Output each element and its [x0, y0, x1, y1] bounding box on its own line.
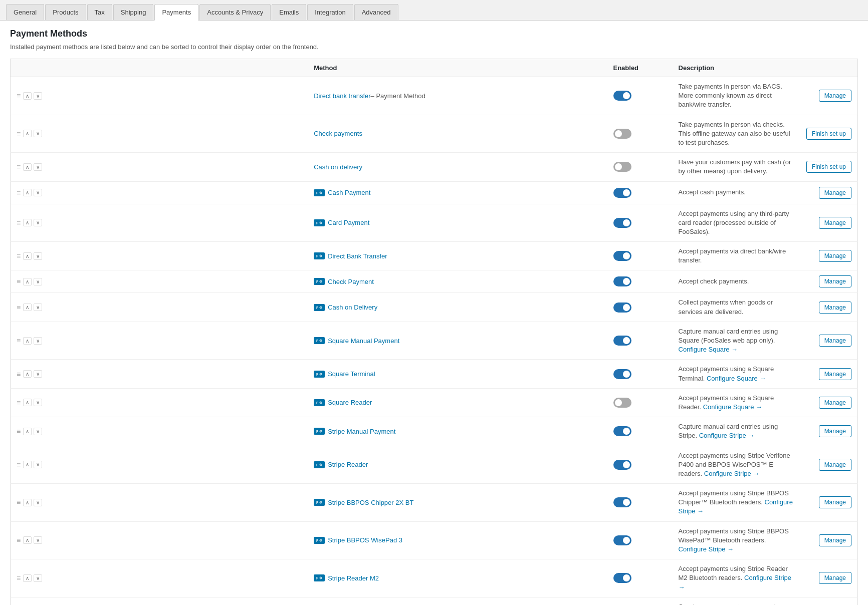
drag-handle-icon[interactable]: ≡ — [17, 399, 21, 407]
move-up-button[interactable]: ∧ — [23, 428, 32, 435]
manage-button[interactable]: Manage — [819, 425, 851, 437]
method-name-link[interactable]: Stripe Reader M2 — [328, 574, 379, 582]
method-name-link[interactable]: Direct bank transfer — [314, 92, 370, 100]
finish-setup-button[interactable]: Finish set up — [806, 161, 851, 173]
manage-button[interactable]: Manage — [819, 496, 851, 508]
drag-handle-icon[interactable]: ≡ — [17, 277, 21, 285]
move-down-button[interactable]: ∨ — [34, 189, 42, 196]
configure-link[interactable]: Configure Square → — [679, 346, 738, 353]
method-name-link[interactable]: Cash Payment — [328, 189, 370, 196]
move-down-button[interactable]: ∨ — [34, 278, 42, 285]
method-name-link[interactable]: Square Reader — [328, 399, 372, 406]
configure-link[interactable]: Configure Stripe → — [679, 498, 793, 515]
move-down-button[interactable]: ∨ — [34, 92, 42, 100]
method-name-link[interactable]: Direct Bank Transfer — [328, 252, 387, 260]
move-down-button[interactable]: ∨ — [34, 574, 42, 582]
move-up-button[interactable]: ∧ — [23, 574, 32, 582]
tab-tax[interactable]: Tax — [87, 4, 112, 20]
move-down-button[interactable]: ∨ — [34, 163, 42, 171]
move-down-button[interactable]: ∨ — [34, 219, 42, 226]
drag-handle-icon[interactable]: ≡ — [17, 304, 21, 312]
move-up-button[interactable]: ∧ — [23, 130, 32, 137]
finish-setup-button[interactable]: Finish set up — [806, 128, 851, 140]
move-up-button[interactable]: ∧ — [23, 304, 32, 311]
toggle-switch[interactable] — [613, 188, 631, 198]
move-down-button[interactable]: ∨ — [34, 252, 42, 260]
tab-accounts-privacy[interactable]: Accounts & Privacy — [199, 4, 271, 20]
toggle-switch[interactable] — [613, 426, 631, 436]
move-up-button[interactable]: ∧ — [23, 278, 32, 285]
toggle-switch[interactable] — [613, 535, 631, 545]
move-up-button[interactable]: ∧ — [23, 92, 32, 100]
configure-link[interactable]: Configure Stripe → — [679, 545, 734, 553]
move-up-button[interactable]: ∧ — [23, 536, 32, 544]
move-up-button[interactable]: ∧ — [23, 461, 32, 468]
tab-integration[interactable]: Integration — [307, 4, 353, 20]
toggle-switch[interactable] — [613, 129, 631, 139]
method-name-link[interactable]: Stripe Manual Payment — [328, 428, 395, 435]
move-up-button[interactable]: ∧ — [23, 219, 32, 226]
move-down-button[interactable]: ∨ — [34, 304, 42, 311]
toggle-switch[interactable] — [613, 398, 631, 408]
drag-handle-icon[interactable]: ≡ — [17, 130, 21, 138]
move-down-button[interactable]: ∨ — [34, 370, 42, 378]
manage-button[interactable]: Manage — [819, 217, 851, 229]
toggle-switch[interactable] — [613, 369, 631, 379]
toggle-switch[interactable] — [613, 573, 631, 583]
move-down-button[interactable]: ∨ — [34, 130, 42, 137]
toggle-switch[interactable] — [613, 91, 631, 101]
drag-handle-icon[interactable]: ≡ — [17, 461, 21, 469]
tab-emails[interactable]: Emails — [272, 4, 306, 20]
method-name-link[interactable]: Cash on Delivery — [328, 304, 377, 311]
manage-button[interactable]: Manage — [819, 368, 851, 380]
drag-handle-icon[interactable]: ≡ — [17, 370, 21, 378]
manage-button[interactable]: Manage — [819, 534, 851, 546]
manage-button[interactable]: Manage — [819, 187, 851, 199]
toggle-switch[interactable] — [613, 162, 631, 172]
move-up-button[interactable]: ∧ — [23, 499, 32, 506]
manage-button[interactable]: Manage — [819, 572, 851, 584]
configure-link[interactable]: Configure Stripe → — [699, 432, 755, 439]
method-name-link[interactable]: Square Manual Payment — [328, 337, 399, 345]
move-down-button[interactable]: ∨ — [34, 536, 42, 544]
move-up-button[interactable]: ∧ — [23, 370, 32, 378]
manage-button[interactable]: Manage — [819, 275, 851, 287]
tab-payments[interactable]: Payments — [154, 4, 198, 21]
drag-handle-icon[interactable]: ≡ — [17, 189, 21, 197]
drag-handle-icon[interactable]: ≡ — [17, 574, 21, 582]
drag-handle-icon[interactable]: ≡ — [17, 427, 21, 435]
tab-advanced[interactable]: Advanced — [354, 4, 398, 20]
toggle-switch[interactable] — [613, 460, 631, 470]
manage-button[interactable]: Manage — [819, 90, 851, 102]
method-name-link[interactable]: Square Terminal — [328, 370, 375, 378]
drag-handle-icon[interactable]: ≡ — [17, 498, 21, 506]
drag-handle-icon[interactable]: ≡ — [17, 163, 21, 171]
toggle-switch[interactable] — [613, 276, 631, 286]
move-up-button[interactable]: ∧ — [23, 189, 32, 196]
tab-products[interactable]: Products — [45, 4, 86, 20]
method-name-link[interactable]: Check Payment — [328, 278, 374, 285]
manage-button[interactable]: Manage — [819, 250, 851, 262]
method-name-link[interactable]: Stripe BBPOS WisePad 3 — [328, 536, 402, 544]
method-name-link[interactable]: Card Payment — [328, 219, 369, 226]
toggle-switch[interactable] — [613, 336, 631, 346]
manage-button[interactable]: Manage — [819, 459, 851, 471]
configure-link[interactable]: Configure Square → — [703, 403, 763, 411]
toggle-switch[interactable] — [613, 302, 631, 313]
toggle-switch[interactable] — [613, 218, 631, 228]
manage-button[interactable]: Manage — [819, 301, 851, 314]
move-down-button[interactable]: ∨ — [34, 461, 42, 468]
toggle-switch[interactable] — [613, 251, 631, 261]
configure-link[interactable]: Configure Stripe → — [679, 574, 791, 590]
move-down-button[interactable]: ∨ — [34, 428, 42, 435]
move-up-button[interactable]: ∧ — [23, 337, 32, 345]
method-name-link[interactable]: Cash on delivery — [314, 163, 362, 171]
move-up-button[interactable]: ∧ — [23, 163, 32, 171]
manage-button[interactable]: Manage — [819, 335, 851, 347]
tab-general[interactable]: General — [6, 4, 44, 20]
method-name-link[interactable]: Stripe Reader — [328, 461, 368, 468]
drag-handle-icon[interactable]: ≡ — [17, 92, 21, 100]
drag-handle-icon[interactable]: ≡ — [17, 536, 21, 544]
move-up-button[interactable]: ∧ — [23, 399, 32, 406]
toggle-switch[interactable] — [613, 497, 631, 507]
